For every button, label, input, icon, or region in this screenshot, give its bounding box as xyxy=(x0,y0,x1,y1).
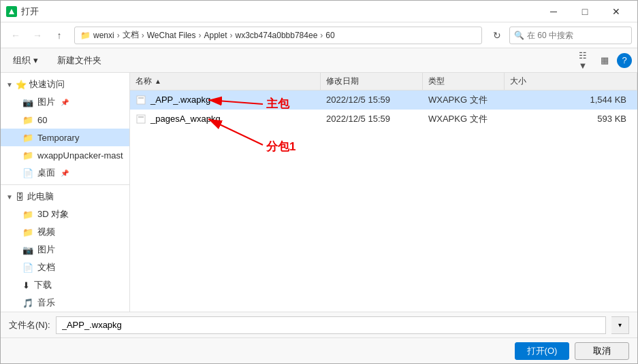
column-date-label: 修改日期 xyxy=(326,76,359,87)
new-folder-button[interactable]: 新建文件夹 xyxy=(50,52,108,69)
folder-icon: 📁 xyxy=(22,115,33,125)
sidebar-item-label: 60 xyxy=(37,115,47,125)
sort-icon: ▲ xyxy=(155,78,161,85)
view-pane-button[interactable]: ▦ xyxy=(595,52,614,69)
help-button[interactable]: ? xyxy=(617,53,632,68)
file-cell-type-1: WXAPKG 文件 xyxy=(423,113,505,125)
search-box[interactable]: 🔍 xyxy=(509,27,632,44)
folder-icon: 📁 xyxy=(22,133,33,143)
action-bar: 组织 ▾ 新建文件夹 ☷ ▼ ▦ ? xyxy=(1,48,637,73)
sidebar-item-pictures-pc[interactable]: 📷 图片 xyxy=(1,241,129,259)
file-cell-name-1: _pagesA_wxapkg xyxy=(130,114,321,125)
view-controls: ☷ ▼ ▦ ? xyxy=(573,52,632,69)
sidebar: ▼ ⭐ 快速访问 📷 图片 📌 📁 60 📁 Temporary xyxy=(1,73,130,312)
filename-label: 文件名(N): xyxy=(9,319,50,331)
column-name-header[interactable]: 名称 ▲ xyxy=(130,73,321,90)
sidebar-item-documents[interactable]: 📄 文档 xyxy=(1,259,129,276)
sidebar-item-label: 音乐 xyxy=(37,297,55,309)
computer-icon: 🗄 xyxy=(16,192,25,202)
breadcrumb-item: wenxi xyxy=(93,31,114,40)
breadcrumb-item: 60 xyxy=(325,31,334,40)
search-icon: 🔍 xyxy=(514,31,524,40)
this-pc-label: 此电脑 xyxy=(27,191,54,203)
folder-icon: 📷 xyxy=(22,245,33,255)
sidebar-item-label: 图片 xyxy=(37,244,55,256)
expand-arrow-icon: ▼ xyxy=(6,193,13,201)
back-button[interactable]: ← xyxy=(6,26,25,45)
main-content: ▼ ⭐ 快速访问 📷 图片 📌 📁 60 📁 Temporary xyxy=(1,73,637,312)
column-type-label: 类型 xyxy=(428,76,445,87)
svg-rect-2 xyxy=(137,115,145,123)
file-cell-size-1: 593 KB xyxy=(505,114,637,124)
sidebar-item-pictures[interactable]: 📷 图片 📌 xyxy=(1,93,129,111)
file-cell-date-1: 2022/12/5 15:59 xyxy=(321,114,423,124)
file-row-0[interactable]: _APP_.wxapkg 2022/12/5 15:59 WXAPKG 文件 1… xyxy=(130,90,637,110)
quick-access-header[interactable]: ▼ ⭐ 快速访问 xyxy=(1,76,129,93)
address-bar[interactable]: 📁 wenxi › 文档 › WeChat Files › Applet › w… xyxy=(74,27,482,44)
dialog-window: 打开 ─ □ ✕ ← → ↑ 📁 wenxi › 文档 › WeChat Fil… xyxy=(0,0,638,364)
svg-rect-3 xyxy=(138,116,144,118)
filename-input[interactable] xyxy=(56,316,606,334)
sidebar-item-label: 3D 对象 xyxy=(37,208,69,220)
folder-icon: 📄 xyxy=(22,168,33,178)
forward-button[interactable]: → xyxy=(28,26,47,45)
sidebar-item-temporary[interactable]: 📁 Temporary xyxy=(1,129,129,146)
up-button[interactable]: ↑ xyxy=(50,26,69,45)
sidebar-item-desktop-quick[interactable]: 📄 桌面 📌 xyxy=(1,164,129,182)
organize-button[interactable]: 组织 ▾ xyxy=(6,52,45,69)
filename-dropdown[interactable]: ▾ xyxy=(611,316,629,334)
folder-icon: 📄 xyxy=(22,263,33,273)
file-icon-1 xyxy=(135,114,146,125)
folder-icon: 📁 xyxy=(22,210,33,220)
breadcrumb-icon: 📁 xyxy=(80,31,91,40)
file-list-header: 名称 ▲ 修改日期 类型 大小 xyxy=(130,73,637,90)
folder-icon: 📷 xyxy=(22,97,33,107)
view-details-button[interactable]: ☷ ▼ xyxy=(573,52,592,69)
this-pc-header[interactable]: ▼ 🗄 此电脑 xyxy=(1,188,129,205)
close-button[interactable]: ✕ xyxy=(601,1,632,22)
quick-access-icon: ⭐ xyxy=(16,80,27,90)
sidebar-item-music[interactable]: 🎵 音乐 xyxy=(1,294,129,309)
title-bar-controls: ─ □ ✕ xyxy=(538,1,632,22)
breadcrumb-item: WeChat Files xyxy=(147,31,196,40)
file-list[interactable]: _APP_.wxapkg 2022/12/5 15:59 WXAPKG 文件 1… xyxy=(130,90,637,129)
sidebar-divider xyxy=(1,184,129,185)
title-bar: 打开 ─ □ ✕ xyxy=(1,1,637,22)
minimize-button[interactable]: ─ xyxy=(538,1,569,22)
column-type-header[interactable]: 类型 xyxy=(423,73,505,90)
bottom-bar: 打开(O) 取消 xyxy=(1,337,637,363)
breadcrumb-item: wx3cb474a0bbb784ee xyxy=(236,31,318,40)
sidebar-item-label: 下载 xyxy=(34,279,52,291)
folder-icon: 🎵 xyxy=(22,298,33,308)
sidebar-item-downloads[interactable]: ⬇ 下载 xyxy=(1,276,129,294)
sidebar-item-video[interactable]: 📁 视频 xyxy=(1,223,129,241)
breadcrumb-item: Applet xyxy=(204,31,227,40)
svg-text:分包1: 分包1 xyxy=(266,140,296,153)
maximize-button[interactable]: □ xyxy=(569,1,601,22)
file-row-1[interactable]: _pagesA_wxapkg 2022/12/5 15:59 WXAPKG 文件… xyxy=(130,110,637,129)
refresh-button[interactable]: ↻ xyxy=(488,26,507,45)
column-date-header[interactable]: 修改日期 xyxy=(321,73,423,90)
pin-icon: 📌 xyxy=(61,169,69,177)
sidebar-item-3d[interactable]: 📁 3D 对象 xyxy=(1,205,129,223)
search-input[interactable] xyxy=(527,31,629,40)
file-list-container: _APP_.wxapkg 2022/12/5 15:59 WXAPKG 文件 1… xyxy=(130,90,637,312)
file-cell-size-0: 1,544 KB xyxy=(505,95,637,105)
sidebar-item-label: Temporary xyxy=(37,133,79,143)
svg-rect-0 xyxy=(137,96,145,104)
title-bar-left: 打开 xyxy=(6,5,39,18)
sidebar-item-60[interactable]: 📁 60 xyxy=(1,111,129,129)
window-title: 打开 xyxy=(21,5,39,18)
app-icon xyxy=(6,6,17,17)
sidebar-scroll[interactable]: ▼ ⭐ 快速访问 📷 图片 📌 📁 60 📁 Temporary xyxy=(1,76,129,309)
file-name-1: _pagesA_wxapkg xyxy=(150,114,221,124)
sidebar-item-label: 文档 xyxy=(37,261,55,274)
open-button[interactable]: 打开(O) xyxy=(515,342,569,360)
column-name-label: 名称 xyxy=(135,76,152,87)
quick-access-label: 快速访问 xyxy=(29,78,65,90)
sidebar-item-wxapp[interactable]: 📁 wxappUnpacker-mast xyxy=(1,146,129,164)
folder-icon: 📁 xyxy=(22,227,33,237)
breadcrumb-item: 文档 xyxy=(123,29,139,41)
column-size-header[interactable]: 大小 xyxy=(505,73,637,90)
cancel-button[interactable]: 取消 xyxy=(575,342,629,360)
